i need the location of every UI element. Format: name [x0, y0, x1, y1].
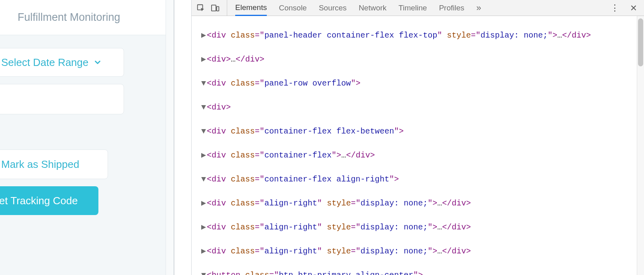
expand-arrow-icon[interactable]: ▶	[200, 54, 207, 66]
collapse-arrow-icon[interactable]: ▼	[200, 269, 207, 275]
dom-node[interactable]: ▼<div class="container-flex align-right"…	[192, 173, 644, 185]
collapse-arrow-icon[interactable]: ▼	[200, 102, 207, 114]
collapse-arrow-icon[interactable]: ▼	[200, 78, 207, 90]
mark-shipped-card: Mark as Shipped	[0, 149, 108, 179]
date-range-select[interactable]: Select Date Range	[1, 56, 102, 69]
tab-console-label: Console	[279, 4, 307, 12]
tab-elements[interactable]: Elements	[235, 0, 267, 16]
devtools-menu-button[interactable]: ⋮	[610, 3, 619, 13]
app-body: Select Date Range Mark as Shipped Get Tr…	[0, 48, 174, 215]
expand-arrow-icon[interactable]: ▶	[200, 245, 207, 257]
tab-elements-label: Elements	[235, 3, 267, 12]
expand-arrow-icon[interactable]: ▶	[200, 197, 207, 209]
tab-timeline[interactable]: Timeline	[398, 0, 427, 16]
tab-sources-label: Sources	[319, 4, 347, 12]
dom-node[interactable]: ▼<button class="btn btn-primary align-ce…	[192, 269, 644, 275]
dom-node[interactable]: ▶<div class="align-right" style="display…	[192, 221, 644, 233]
get-tracking-label-wrap: Get Tracking Code	[0, 195, 78, 207]
svg-rect-2	[217, 6, 219, 11]
dom-node[interactable]: ▼<div class="container-flex flex-between…	[192, 126, 644, 138]
expand-arrow-icon[interactable]: ▶	[200, 149, 207, 161]
app-panel: Fulfillment Monitoring Select Date Range…	[0, 0, 174, 275]
dom-node[interactable]: ▼<div class="panel-row overflow">	[192, 78, 644, 90]
chevron-down-icon	[93, 58, 102, 67]
tab-sources[interactable]: Sources	[319, 0, 347, 16]
tab-profiles[interactable]: Profiles	[439, 0, 464, 16]
page-title-text: Fulfillment Monitoring	[18, 11, 120, 24]
devtools-toolbar: Elements Console Sources Network Timelin…	[192, 0, 644, 16]
app-scrollbar[interactable]	[166, 0, 174, 275]
dom-node[interactable]: ▶<div class="align-right" style="display…	[192, 197, 644, 209]
mark-shipped-label: Mark as Shipped	[1, 158, 79, 170]
vertical-divider	[174, 0, 192, 275]
devtools-scrollbar-thumb[interactable]	[638, 18, 643, 66]
tab-profiles-label: Profiles	[439, 4, 464, 12]
get-tracking-label: Get Tracking Code	[0, 195, 78, 207]
devtools-toolbar-right: ⋮ ×	[610, 2, 639, 14]
expand-arrow-icon[interactable]: ▶	[200, 221, 207, 233]
expand-arrow-icon[interactable]: ▶	[200, 30, 207, 42]
spacer	[0, 122, 174, 149]
collapse-arrow-icon[interactable]: ▼	[200, 173, 207, 185]
tab-console[interactable]: Console	[279, 0, 307, 16]
dom-tree[interactable]: ▶<div class="panel-header container-flex…	[192, 16, 644, 275]
close-icon: ×	[630, 2, 637, 14]
kebab-icon: ⋮	[610, 3, 619, 13]
devtools-icon-group	[196, 0, 227, 16]
inspect-element-icon[interactable]	[196, 4, 205, 12]
dom-node[interactable]: ▶<div class="container-flex">…</div>	[192, 149, 644, 161]
collapse-arrow-icon[interactable]: ▼	[200, 126, 207, 138]
devtools-tabs: Elements Console Sources Network Timelin…	[227, 0, 610, 16]
tab-timeline-label: Timeline	[398, 4, 427, 12]
tab-network-label: Network	[359, 4, 387, 12]
dom-node[interactable]: ▶<div class="align-right" style="display…	[192, 245, 644, 257]
tab-network[interactable]: Network	[359, 0, 387, 16]
dom-node[interactable]: ▶<div class="panel-header container-flex…	[192, 30, 644, 42]
devtools-scrollbar[interactable]	[637, 16, 644, 275]
device-toolbar-icon[interactable]	[211, 4, 220, 12]
mark-shipped-button[interactable]: Mark as Shipped	[1, 158, 79, 171]
date-range-label: Select Date Range	[1, 56, 88, 69]
page-title: Fulfillment Monitoring	[0, 0, 174, 35]
devtools-panel: Elements Console Sources Network Timelin…	[192, 0, 644, 275]
dom-node[interactable]: ▼<div>	[192, 102, 644, 114]
devtools-close-button[interactable]: ×	[630, 2, 637, 14]
svg-rect-1	[212, 5, 216, 11]
get-tracking-button[interactable]: Get Tracking Code	[0, 186, 98, 215]
tabs-overflow-glyph: »	[476, 3, 481, 13]
date-range-card: Select Date Range	[0, 48, 124, 77]
tabs-overflow-button[interactable]: »	[476, 3, 481, 13]
dom-node[interactable]: ▶<div>…</div>	[192, 54, 644, 66]
empty-card	[0, 84, 124, 114]
